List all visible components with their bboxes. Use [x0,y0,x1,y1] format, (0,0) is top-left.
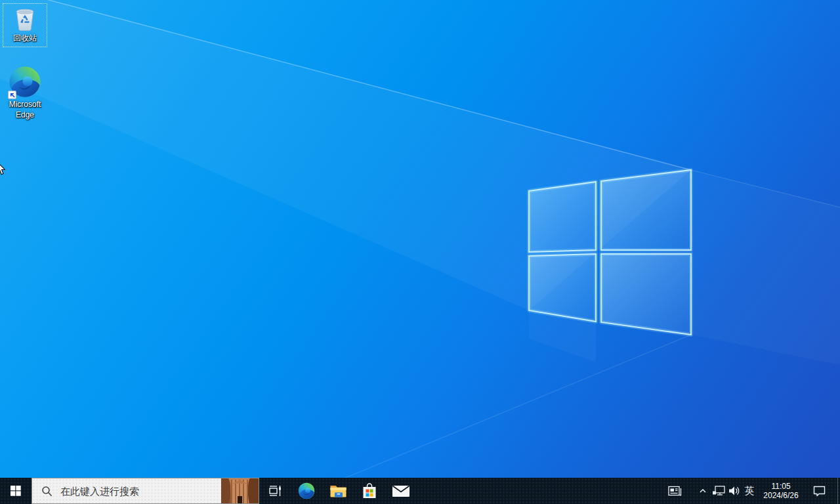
edge-label-line1: Microsoft [9,100,41,109]
start-button[interactable] [0,478,32,504]
show-desktop-button[interactable] [837,478,840,504]
edge-label-line2: Edge [16,110,34,119]
search-icon [41,486,52,497]
volume-icon [728,486,742,496]
network-icon [712,485,726,497]
tray-clock[interactable]: 11:05 2024/6/26 [759,478,803,504]
clock-time: 11:05 [771,482,790,491]
mouse-cursor [0,162,6,176]
windows-desktop: 回收站 [0,0,840,504]
tray-volume-button[interactable] [727,478,743,504]
chevron-up-icon [698,486,707,495]
windows-logo-artwork [0,0,840,504]
desktop-wallpaper [0,0,840,504]
desktop-icon-microsoft-edge[interactable]: Microsoft Edge [0,66,50,119]
taskbar-search-box[interactable] [32,478,259,504]
action-center-button[interactable] [806,478,832,504]
start-windows-icon [10,486,21,496]
clock-date: 2024/6/26 [763,491,798,500]
action-center-icon [812,485,826,497]
search-highlight-petra-image[interactable] [221,478,259,504]
tray-news-button[interactable] [664,478,686,504]
tray-language-indicator[interactable]: 英 [742,478,757,504]
taskbar-file-explorer-button[interactable] [322,478,354,504]
language-label: 英 [745,485,755,497]
tray-hidden-icons-button[interactable] [696,478,710,504]
taskbar-edge-button[interactable] [291,478,322,504]
taskbar-store-button[interactable] [354,478,385,504]
taskbar-mail-button[interactable] [385,478,417,504]
task-view-button[interactable] [259,478,291,504]
search-input[interactable] [59,485,221,497]
edge-browser-icon [298,482,315,499]
shortcut-arrow-icon [8,91,16,99]
taskbar: 英 11:05 2024/6/26 [0,478,840,504]
microsoft-store-icon [362,482,377,500]
recycle-bin-icon [12,6,38,32]
news-icon [667,484,683,497]
recycle-bin-label: 回收站 [13,33,37,43]
task-view-icon [267,483,283,499]
tray-network-button[interactable] [711,478,727,504]
mail-icon [392,484,410,498]
file-explorer-icon [329,483,347,499]
desktop-icon-recycle-bin[interactable]: 回收站 [3,3,47,47]
